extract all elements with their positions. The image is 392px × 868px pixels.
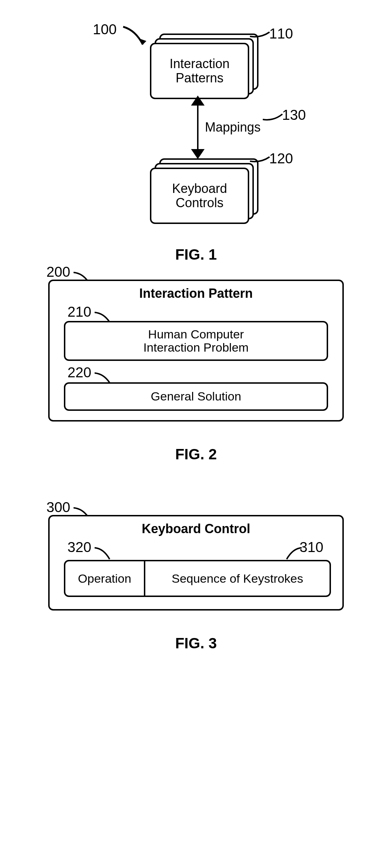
operation-cell: Operation	[65, 561, 144, 596]
page: 100 Interaction Patterns 110 Mappings 13…	[0, 14, 392, 685]
ref-310: 310	[300, 539, 323, 555]
lead-icon	[250, 154, 271, 165]
arrow-up-icon	[191, 96, 205, 106]
ref-130: 130	[282, 107, 306, 123]
arrow-icon	[121, 25, 150, 50]
double-arrow-shaft	[197, 100, 198, 153]
keyboard-controls-stack: Keyboard Controls	[150, 168, 246, 221]
interaction-patterns-label: Interaction Patterns	[151, 57, 248, 85]
lead-icon	[263, 112, 284, 123]
figure-1-label: FIG. 1	[0, 246, 392, 263]
svg-marker-2	[191, 149, 205, 159]
keyboard-control-row: Operation Sequence of Keystrokes	[64, 560, 331, 597]
ref-100: 100	[93, 21, 117, 37]
lead-icon	[95, 545, 112, 561]
general-solution-box: General Solution	[64, 382, 328, 411]
ref-200: 200	[46, 264, 70, 280]
ref-210: 210	[67, 304, 91, 320]
ref-320: 320	[67, 539, 91, 555]
svg-marker-1	[191, 96, 205, 106]
keyboard-control-panel: Keyboard Control 320 310 Operation Seque…	[48, 515, 344, 611]
card-front: Keyboard Controls	[150, 168, 249, 224]
interaction-patterns-stack: Interaction Patterns	[150, 43, 246, 96]
figure-3-label: FIG. 3	[0, 635, 392, 652]
lead-icon	[250, 29, 271, 40]
hci-problem-box: Human Computer Interaction Problem	[64, 321, 328, 361]
figure-2-label: FIG. 2	[0, 446, 392, 463]
mappings-label: Mappings	[205, 120, 261, 135]
ref-300: 300	[46, 499, 70, 515]
panel-title: Keyboard Control	[50, 521, 342, 536]
figure-2: 200 Interaction Pattern 210 Human Comput…	[0, 264, 392, 485]
interaction-pattern-panel: Interaction Pattern 210 Human Computer I…	[48, 280, 344, 422]
ref-120: 120	[269, 150, 293, 167]
ref-110: 110	[269, 26, 293, 42]
figure-1: 100 Interaction Patterns 110 Mappings 13…	[0, 14, 392, 257]
figure-3: 300 Keyboard Control 320 310 Operation S…	[0, 499, 392, 685]
panel-title: Interaction Pattern	[50, 286, 342, 301]
ref-220: 220	[67, 364, 91, 381]
lead-icon	[284, 545, 302, 561]
keystrokes-cell: Sequence of Keystrokes	[145, 561, 330, 596]
keyboard-controls-label: Keyboard Controls	[151, 182, 248, 210]
card-front: Interaction Patterns	[150, 43, 249, 99]
